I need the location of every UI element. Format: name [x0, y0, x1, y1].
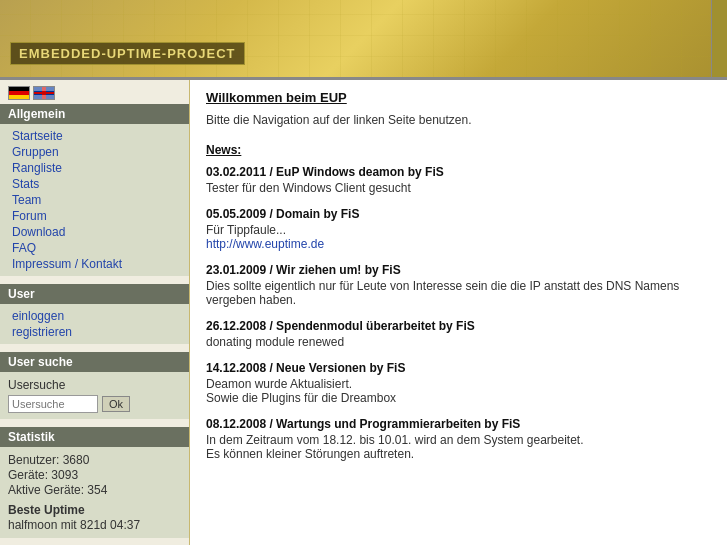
news-date-1: 05.05.2009 [206, 207, 266, 221]
news-by-0: by FiS [408, 165, 444, 179]
news-hl-5: / Wartungs und Programmierarbeiten [269, 417, 481, 431]
sidebar-section-user: User einloggen registrieren [0, 284, 189, 344]
language-flags [0, 80, 189, 104]
sidebar-item-team[interactable]: Team [0, 192, 189, 208]
sidebar-item-gruppen[interactable]: Gruppen [0, 144, 189, 160]
header-banner: EMBEDDED-UPTIME-PROJECT [0, 0, 727, 80]
sidebar-item-download[interactable]: Download [0, 224, 189, 240]
news-date-5: 08.12.2008 [206, 417, 266, 431]
allgemein-nav: Startseite Gruppen Rangliste Stats Team … [0, 124, 189, 276]
news-hl-3: / Spendenmodul überarbeitet [269, 319, 435, 333]
news-item-3: 26.12.2008 / Spendenmodul überarbeitet b… [206, 319, 711, 349]
news-label: News: [206, 143, 711, 157]
allgemein-header: Allgemein [0, 104, 189, 124]
sidebar-item-faq[interactable]: FAQ [0, 240, 189, 256]
news-item-4: 14.12.2008 / Neue Versionen by FiS Deamo… [206, 361, 711, 405]
news-body-5-line2: Es können kleiner Störungen auftreten. [206, 447, 414, 461]
news-item-2: 23.01.2009 / Wir ziehen um! by FiS Dies … [206, 263, 711, 307]
statistik-area: Benutzer: 3680 Geräte: 3093 Aktive Gerät… [0, 447, 189, 538]
news-headline-3: 26.12.2008 / Spendenmodul überarbeitet b… [206, 319, 711, 333]
news-body-0: Tester für den Windows Client gesucht [206, 181, 711, 195]
news-by-2: by FiS [365, 263, 401, 277]
scrollbar[interactable] [711, 0, 727, 77]
news-by-3: by FiS [439, 319, 475, 333]
beste-uptime-label: Beste Uptime [8, 503, 181, 517]
welcome-text: Bitte die Navigation auf der linken Seit… [206, 113, 711, 127]
news-hl-0: / EuP Windows deamon [269, 165, 404, 179]
news-item-1: 05.05.2009 / Domain by FiS Für Tippfaule… [206, 207, 711, 251]
news-body-1-line1: Für Tippfaule... [206, 223, 286, 237]
news-headline-1: 05.05.2009 / Domain by FiS [206, 207, 711, 221]
sidebar: Allgemein Startseite Gruppen Rangliste S… [0, 80, 190, 545]
sidebar-item-registrieren[interactable]: registrieren [0, 324, 189, 340]
news-hl-4: / Neue Versionen [269, 361, 366, 375]
stat-aktive: Aktive Geräte: 354 [8, 483, 181, 497]
stat-benutzer: Benutzer: 3680 [8, 453, 181, 467]
sidebar-item-startseite[interactable]: Startseite [0, 128, 189, 144]
site-title: EMBEDDED-UPTIME-PROJECT [10, 42, 245, 65]
news-headline-4: 14.12.2008 / Neue Versionen by FiS [206, 361, 711, 375]
news-date-2: 23.01.2009 [206, 263, 266, 277]
news-body-4-line1: Deamon wurde Aktualisiert. [206, 377, 352, 391]
content-title: Willkommen beim EUP [206, 90, 711, 105]
usersuche-label: Usersuche [8, 378, 181, 392]
search-button[interactable]: Ok [102, 396, 130, 412]
news-body-4-line2: Sowie die Plugins für die Dreambox [206, 391, 396, 405]
news-hl-1: / Domain [269, 207, 320, 221]
news-item-0: 03.02.2011 / EuP Windows deamon by FiS T… [206, 165, 711, 195]
news-headline-2: 23.01.2009 / Wir ziehen um! by FiS [206, 263, 711, 277]
news-by-4: by FiS [369, 361, 405, 375]
flag-de-icon[interactable] [8, 86, 30, 100]
news-by-1: by FiS [323, 207, 359, 221]
news-body-3: donating module renewed [206, 335, 711, 349]
news-body-1-link[interactable]: http://www.euptime.de [206, 237, 324, 251]
news-headline-5: 08.12.2008 / Wartungs und Programmierarb… [206, 417, 711, 431]
sidebar-section-statistik: Statistik Benutzer: 3680 Geräte: 3093 Ak… [0, 427, 189, 538]
news-date-0: 03.02.2011 [206, 165, 266, 179]
news-body-4: Deamon wurde Aktualisiert. Sowie die Plu… [206, 377, 711, 405]
search-input[interactable] [8, 395, 98, 413]
news-headline-0: 03.02.2011 / EuP Windows deamon by FiS [206, 165, 711, 179]
sidebar-item-rangliste[interactable]: Rangliste [0, 160, 189, 176]
sidebar-item-stats[interactable]: Stats [0, 176, 189, 192]
search-row: Ok [8, 395, 181, 413]
sidebar-item-forum[interactable]: Forum [0, 208, 189, 224]
main-content: Willkommen beim EUP Bitte die Navigation… [190, 80, 727, 545]
statistik-header: Statistik [0, 427, 189, 447]
news-item-5: 08.12.2008 / Wartungs und Programmierarb… [206, 417, 711, 461]
sidebar-item-impressum[interactable]: Impressum / Kontakt [0, 256, 189, 272]
stat-geraete: Geräte: 3093 [8, 468, 181, 482]
sidebar-section-usersuche: User suche Usersuche Ok [0, 352, 189, 419]
sidebar-item-einloggen[interactable]: einloggen [0, 308, 189, 324]
user-header: User [0, 284, 189, 304]
news-hl-2: / Wir ziehen um! [269, 263, 361, 277]
news-date-4: 14.12.2008 [206, 361, 266, 375]
sidebar-section-allgemein: Allgemein Startseite Gruppen Rangliste S… [0, 104, 189, 276]
news-body-1: Für Tippfaule... http://www.euptime.de [206, 223, 711, 251]
usersuche-header: User suche [0, 352, 189, 372]
usersuche-area: Usersuche Ok [0, 372, 189, 419]
news-body-5-line1: In dem Zeitraum vom 18.12. bis 10.01. wi… [206, 433, 584, 447]
beste-uptime-value: halfmoon mit 821d 04:37 [8, 518, 181, 532]
news-body-5: In dem Zeitraum vom 18.12. bis 10.01. wi… [206, 433, 711, 461]
news-date-3: 26.12.2008 [206, 319, 266, 333]
flag-en-icon[interactable] [33, 86, 55, 100]
user-nav: einloggen registrieren [0, 304, 189, 344]
news-by-5: by FiS [484, 417, 520, 431]
news-body-2: Dies sollte eigentlich nur für Leute von… [206, 279, 711, 307]
